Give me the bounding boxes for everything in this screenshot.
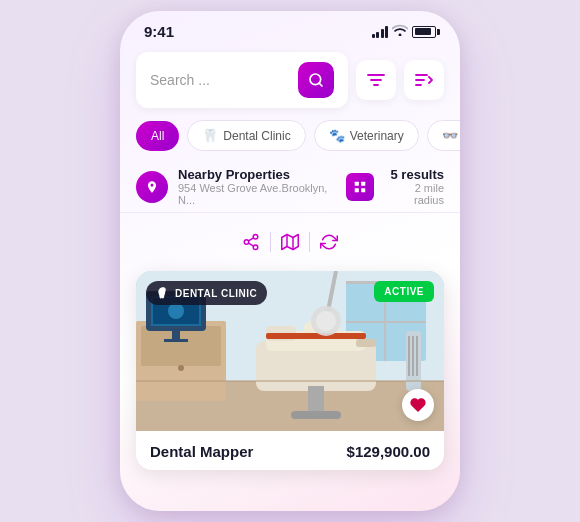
category-all-label: All <box>151 129 164 143</box>
share-button[interactable] <box>232 223 270 261</box>
refresh-button[interactable] <box>310 223 348 261</box>
svg-rect-49 <box>412 336 414 376</box>
dental-icon: 🦷 <box>202 128 218 143</box>
optometry-icon: 👓 <box>442 128 458 143</box>
svg-rect-26 <box>346 321 426 323</box>
card-title: Dental Mapper <box>150 443 253 460</box>
phone-frame: 9:41 Search ... <box>120 11 460 511</box>
category-row: All 🦷 Dental Clinic 🐾 Veterinary 👓 Optom… <box>120 116 460 159</box>
location-pin-icon <box>136 171 168 203</box>
location-title: Nearby Properties <box>178 167 346 182</box>
svg-rect-40 <box>291 411 341 419</box>
status-bar: 9:41 <box>120 11 460 44</box>
active-badge-label: ACTIVE <box>384 286 424 297</box>
search-bar-row: Search ... <box>120 44 460 116</box>
svg-rect-28 <box>141 326 221 366</box>
svg-rect-10 <box>355 188 359 192</box>
svg-line-1 <box>319 83 322 86</box>
battery-icon <box>412 26 436 38</box>
category-all[interactable]: All <box>136 121 179 151</box>
vet-icon: 🐾 <box>329 128 345 143</box>
card-footer: Dental Mapper $129,900.00 <box>136 431 444 470</box>
svg-rect-9 <box>361 181 365 185</box>
location-left: Nearby Properties 954 West Grove Ave.Bro… <box>136 167 346 206</box>
svg-rect-33 <box>164 339 188 342</box>
results-text: 5 results 2 mile radius <box>382 167 444 206</box>
category-dental[interactable]: 🦷 Dental Clinic <box>187 120 305 151</box>
svg-point-46 <box>316 311 336 331</box>
svg-line-15 <box>248 243 253 246</box>
category-vet-label: Veterinary <box>350 129 404 143</box>
map-button[interactable] <box>271 223 309 261</box>
svg-line-16 <box>248 238 253 241</box>
property-card[interactable]: DENTAL CLINIC ACTIVE Dental Mapper $129,… <box>136 271 444 470</box>
card-price: $129,900.00 <box>347 443 430 460</box>
svg-marker-17 <box>282 235 299 250</box>
actions-row <box>120 213 460 271</box>
svg-rect-48 <box>408 336 410 376</box>
dental-badge: DENTAL CLINIC <box>146 281 267 305</box>
category-optometry[interactable]: 👓 Optometry <box>427 120 460 151</box>
active-badge: ACTIVE <box>374 281 434 302</box>
svg-rect-41 <box>356 339 376 347</box>
card-image: DENTAL CLINIC ACTIVE <box>136 271 444 431</box>
sort-button[interactable] <box>404 60 444 100</box>
results-right: 5 results 2 mile radius <box>346 167 444 206</box>
svg-point-29 <box>178 365 184 371</box>
status-icons <box>372 24 437 39</box>
svg-rect-32 <box>172 331 180 339</box>
svg-rect-43 <box>266 333 366 339</box>
svg-rect-11 <box>361 188 365 192</box>
filter-button[interactable] <box>356 60 396 100</box>
location-row: Nearby Properties 954 West Grove Ave.Bro… <box>120 159 460 213</box>
location-text: Nearby Properties 954 West Grove Ave.Bro… <box>178 167 346 206</box>
dental-badge-label: DENTAL CLINIC <box>175 288 257 299</box>
search-button[interactable] <box>298 62 334 98</box>
status-time: 9:41 <box>144 23 174 40</box>
search-input-wrap[interactable]: Search ... <box>136 52 348 108</box>
category-dental-label: Dental Clinic <box>223 129 290 143</box>
svg-point-35 <box>168 303 184 319</box>
category-vet[interactable]: 🐾 Veterinary <box>314 120 419 151</box>
results-count: 5 results <box>382 167 444 182</box>
location-address: 954 West Grove Ave.Brooklyn, N... <box>178 182 346 206</box>
svg-rect-8 <box>355 181 359 185</box>
signal-icon <box>372 26 389 38</box>
search-placeholder: Search ... <box>150 72 290 88</box>
results-radius: 2 mile radius <box>382 182 444 206</box>
heart-button[interactable] <box>402 389 434 421</box>
svg-rect-50 <box>416 336 418 376</box>
wifi-icon <box>392 24 408 39</box>
results-icon <box>346 173 374 201</box>
